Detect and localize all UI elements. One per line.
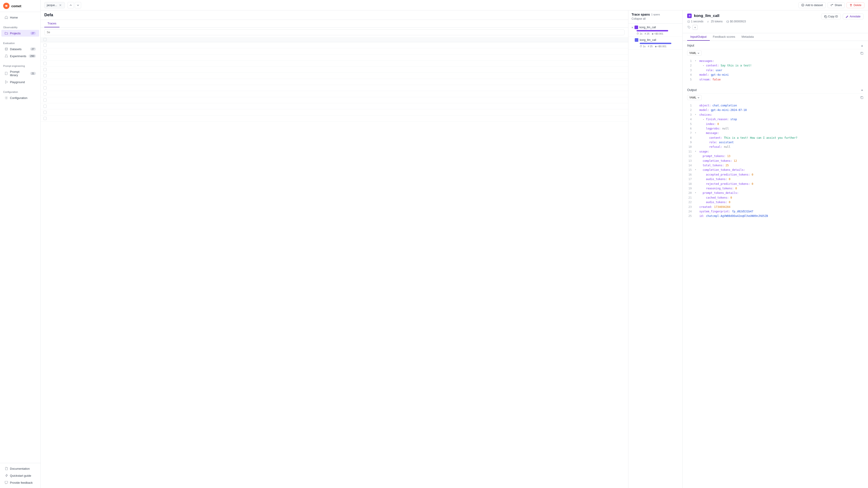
row-checkbox[interactable] [43, 68, 46, 71]
tab-feedback-scores[interactable]: Feedback scores [710, 33, 739, 41]
svg-text:#: # [707, 20, 709, 23]
datasets-badge: 27 [30, 47, 36, 51]
input-copy-icon[interactable] [860, 52, 864, 55]
sidebar-item-datasets[interactable]: Datasets 27 [1, 46, 39, 53]
search-input[interactable] [44, 29, 625, 35]
input-format-select[interactable]: YAML [687, 51, 702, 56]
table-row[interactable] [41, 42, 628, 48]
table-row[interactable] [41, 55, 628, 61]
row-checkbox[interactable] [43, 62, 46, 65]
home-label: Home [10, 16, 18, 19]
row-checkbox[interactable] [43, 50, 46, 53]
input-collapse-icon[interactable]: ▲ [861, 44, 864, 47]
row-checkbox[interactable] [43, 74, 46, 77]
share-button[interactable]: Share [828, 2, 845, 8]
select-all-checkbox[interactable] [43, 38, 46, 41]
output-format-label: YAML [689, 96, 696, 99]
table-row[interactable] [41, 109, 628, 116]
prompt-engineering-label: Prompt engineering [0, 63, 40, 68]
sidebar-item-configuration[interactable]: Configuration [1, 94, 39, 101]
playground-label: Playground [10, 80, 25, 84]
output-copy-icon[interactable] [860, 96, 864, 99]
main-area: jacque... ✕ Add to dataset Share Delete [41, 0, 868, 488]
share-icon [831, 4, 833, 6]
add-to-dataset-button[interactable]: Add to dataset [798, 2, 826, 8]
play-icon [4, 80, 8, 84]
row-checkbox[interactable] [43, 98, 46, 102]
annotate-button[interactable]: Annotate [843, 13, 864, 20]
table-row[interactable] [41, 48, 628, 55]
configuration-label: Configuration [0, 89, 40, 94]
trace-child-meta: ⏱ 1s # 25 ◈ <$0.001 [640, 45, 679, 48]
tab-close-icon[interactable]: ✕ [58, 3, 62, 7]
sidebar-item-projects[interactable]: Projects 27 [1, 30, 39, 37]
tab-input-output[interactable]: Input/Output [687, 33, 710, 41]
row-checkbox[interactable] [43, 117, 46, 120]
trace-item-parent: ▾ kong_llm_call ⏱ 1s # 25 ◈ <$0.001 [628, 24, 682, 37]
out-line-13: 13 ▾ completion_tokens: 12 [687, 159, 864, 163]
out-line-16: 16 ▾ accepted_prediction_tokens: 0 [687, 172, 864, 177]
delete-button[interactable]: Delete [846, 2, 864, 8]
configuration-label-text: Configuration [10, 96, 27, 100]
sidebar-item-playground[interactable]: Playground [1, 78, 39, 86]
row-checkbox[interactable] [43, 111, 46, 114]
output-format-select[interactable]: YAML [687, 95, 702, 100]
sidebar-item-experiments[interactable]: Experiments 290 [1, 53, 39, 59]
prompt-library-badge: 21 [30, 72, 36, 75]
nav-up-button[interactable] [68, 2, 74, 8]
trace-toggle-icon[interactable]: ▾ [631, 26, 633, 29]
code-line-2: 2 ▾ - content: Say this is a test! [687, 63, 864, 68]
out-line-25: 25 ▾ id: chatcmpl-AgVW08dOOa42eq6lheUN09… [687, 214, 864, 218]
out-line-12: 12 ▾ prompt_tokens: 13 [687, 154, 864, 158]
sidebar-evaluation-section: Evaluation Datasets 27 Experiments 290 [0, 39, 40, 61]
row-checkbox[interactable] [43, 105, 46, 108]
sidebar-item-feedback[interactable]: Provide feedback [1, 479, 39, 486]
span-tokens-meta: # 25 tokens [707, 20, 723, 23]
collapse-all-button[interactable]: Collapse all [631, 16, 679, 21]
add-to-dataset-label: Add to dataset [805, 4, 823, 7]
out-line-9: 9 ▾ role: assistant [687, 140, 864, 144]
sidebar-item-prompt-library[interactable]: Prompt library 21 [1, 68, 39, 78]
table-row[interactable] [41, 91, 628, 97]
table-row[interactable] [41, 61, 628, 67]
experiments-label: Experiments [10, 55, 26, 58]
chevron-down-icon-output [698, 96, 700, 99]
output-collapse-icon[interactable]: ▲ [861, 88, 864, 92]
tab-metadata[interactable]: Metadata [739, 33, 757, 41]
tag-icon [687, 26, 691, 29]
tab-traces[interactable]: Traces [44, 20, 59, 27]
add-tag-button[interactable]: + [692, 25, 698, 30]
span-count-badge: 1 spans [651, 13, 660, 16]
metadata-label: Metadata [742, 35, 754, 38]
sidebar-item-home[interactable]: Home [1, 14, 39, 21]
row-checkbox[interactable] [43, 92, 46, 96]
home-icon [4, 15, 8, 19]
svg-rect-9 [825, 16, 827, 18]
annotate-label: Annotate [850, 15, 861, 18]
table-row[interactable] [41, 116, 628, 122]
trace-tab[interactable]: jacque... ✕ [44, 2, 65, 8]
out-line-19: 19 ▾ reasoning_tokens: 0 [687, 186, 864, 191]
table-row[interactable] [41, 103, 628, 109]
sidebar-observability-section: Observability Projects 27 [0, 23, 40, 39]
row-checkbox[interactable] [43, 56, 46, 59]
trace-child-bar [640, 43, 671, 44]
span-tags-row: + [687, 25, 746, 30]
table-row[interactable] [41, 67, 628, 73]
table-row[interactable] [41, 85, 628, 91]
sidebar-item-quickstart[interactable]: Quickstart guide [1, 472, 39, 479]
table-rows [41, 42, 628, 122]
copy-id-button[interactable]: Copy ID [821, 13, 841, 20]
trace-spans-title: Trace spans [631, 13, 650, 16]
nav-down-button[interactable] [75, 2, 81, 8]
row-checkbox[interactable] [43, 80, 46, 84]
row-checkbox[interactable] [43, 43, 46, 47]
table-row[interactable] [41, 97, 628, 103]
sidebar-bottom: Documentation Quickstart guide Provide f… [0, 463, 40, 488]
chat-span-icon [635, 38, 638, 42]
table-row[interactable] [41, 73, 628, 79]
table-row[interactable] [41, 79, 628, 85]
sidebar-item-documentation[interactable]: Documentation [1, 465, 39, 472]
row-checkbox[interactable] [43, 86, 46, 90]
code-line-1: 1 ▾ messages: [687, 59, 864, 63]
